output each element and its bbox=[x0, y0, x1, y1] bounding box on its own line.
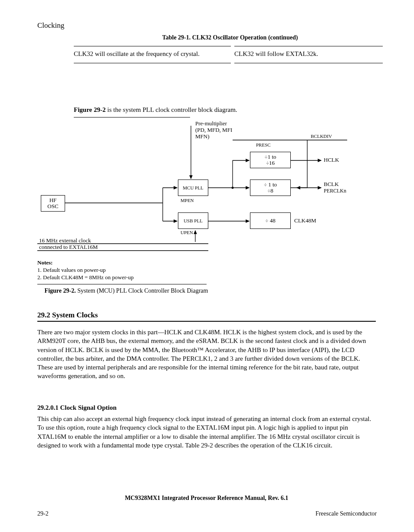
table-29-1: Table 29-1. CLK32 Oscillator Operation (… bbox=[74, 34, 386, 66]
page-number: 29-2 bbox=[37, 510, 49, 518]
label-mpen: MPEN bbox=[181, 198, 194, 203]
label-bclkdiv: BCLKDIV bbox=[311, 134, 332, 139]
label-upen: UPEN bbox=[181, 230, 193, 235]
label-hclk: HCLK bbox=[324, 157, 339, 163]
clocking-label: Clocking bbox=[37, 21, 64, 30]
box-osc: HF OSC bbox=[41, 195, 65, 212]
footer-company: Freescale Semiconductor bbox=[315, 510, 377, 518]
subheading: 29.2.0.1 Clock Signal Option bbox=[37, 403, 376, 412]
table-cell-left: CLK32 will oscillate at the frequency of… bbox=[74, 48, 234, 60]
label-clk48: CLK48M bbox=[294, 218, 316, 224]
paragraph-1: There are two major system clocks in thi… bbox=[37, 328, 376, 381]
box-div1: ÷1 to ÷16 bbox=[250, 152, 291, 168]
label-ext16: 16 MHz external clockconnected to EXTAL1… bbox=[39, 238, 98, 251]
section-title: 29.2 System Clocks bbox=[37, 310, 98, 320]
paragraph-2: This chip can also accept an external hi… bbox=[37, 415, 376, 450]
figure-intro: Figure 29-2 is the system PLL clock cont… bbox=[74, 106, 237, 117]
diagram: HF OSC MCU PLL USB PLL ÷1 to ÷16 ÷ 1 to … bbox=[35, 126, 378, 256]
box-usb-pll: USB PLL bbox=[178, 212, 208, 229]
manual-title: MC9328MX1 Integrated Processor Reference… bbox=[37, 494, 376, 502]
label-bclk: BCLK bbox=[324, 181, 339, 188]
box-div48: ÷ 48 bbox=[250, 212, 291, 229]
table-cell-right: CLK32 will follow EXTAL32k. bbox=[234, 48, 386, 60]
label-premult: Pre-multiplier (PD, MFD, MFI MFN) bbox=[195, 121, 232, 140]
table-title: Table 29-1. CLK32 Oscillator Operation (… bbox=[74, 34, 386, 42]
label-presc: PRESC bbox=[256, 142, 271, 148]
figure-notes: Notes: 1. Default values on power-up 2. … bbox=[37, 259, 215, 295]
section-rule bbox=[37, 321, 376, 322]
box-div2: ÷ 1 to ÷8 bbox=[250, 180, 291, 196]
box-mcu-pll: MCU PLL bbox=[178, 180, 208, 196]
label-perclk: PERCLKn bbox=[324, 188, 346, 194]
